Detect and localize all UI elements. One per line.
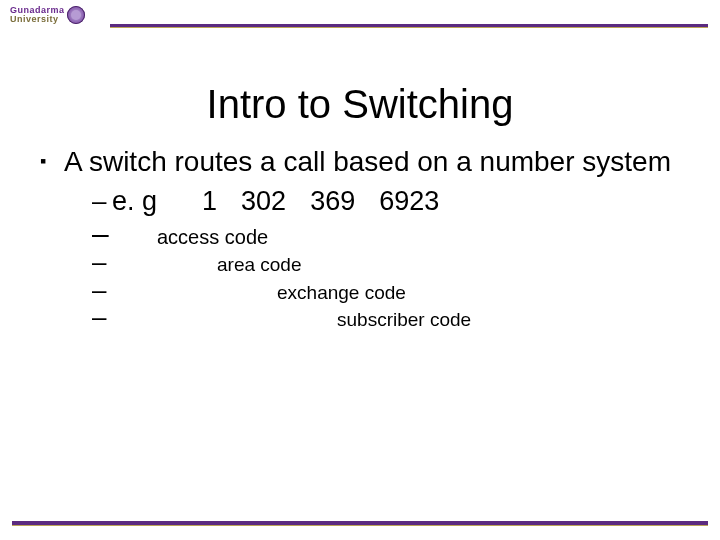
- slide-header: Gunadarma University: [0, 0, 720, 40]
- logo-line2: University: [10, 15, 65, 24]
- bullet-level1: ▪ A switch routes a call based on a numb…: [40, 145, 690, 179]
- code-area-row: – area code: [92, 249, 690, 276]
- slide-body: ▪ A switch routes a call based on a numb…: [0, 145, 720, 331]
- dash-bullet-icon: –: [92, 249, 112, 275]
- dash-bullet-icon: –: [92, 277, 112, 303]
- dash-bullet-icon: –: [92, 186, 112, 218]
- dash-bullet-icon: –: [92, 220, 112, 247]
- example-label: e. g: [112, 185, 157, 218]
- code-subscriber: subscriber code: [337, 308, 471, 331]
- code-subscriber-row: – subscriber code: [92, 304, 690, 331]
- num-area: 302: [241, 185, 286, 218]
- code-access-row: – access code: [92, 220, 690, 249]
- slide-title: Intro to Switching: [0, 82, 720, 127]
- footer-divider: [12, 521, 708, 526]
- code-exchange-row: – exchange code: [92, 277, 690, 304]
- square-bullet-icon: ▪: [40, 145, 64, 179]
- logo-text: Gunadarma University: [10, 6, 65, 24]
- num-exchange: 369: [310, 185, 355, 218]
- example-row: – e. g 1 302 369 6923: [92, 185, 690, 218]
- logo-seal-icon: [67, 6, 85, 24]
- code-access: access code: [157, 225, 268, 249]
- dash-bullet-icon: –: [92, 304, 112, 330]
- code-exchange: exchange code: [277, 281, 406, 304]
- num-access: 1: [202, 185, 217, 218]
- code-area: area code: [217, 253, 302, 276]
- bullet-text: A switch routes a call based on a number…: [64, 145, 690, 179]
- university-logo: Gunadarma University: [10, 6, 85, 24]
- phone-number: 1 302 369 6923: [202, 185, 439, 218]
- num-subscriber: 6923: [379, 185, 439, 218]
- header-divider: [110, 24, 708, 28]
- code-labels: – access code – area code – exchange cod…: [92, 220, 690, 331]
